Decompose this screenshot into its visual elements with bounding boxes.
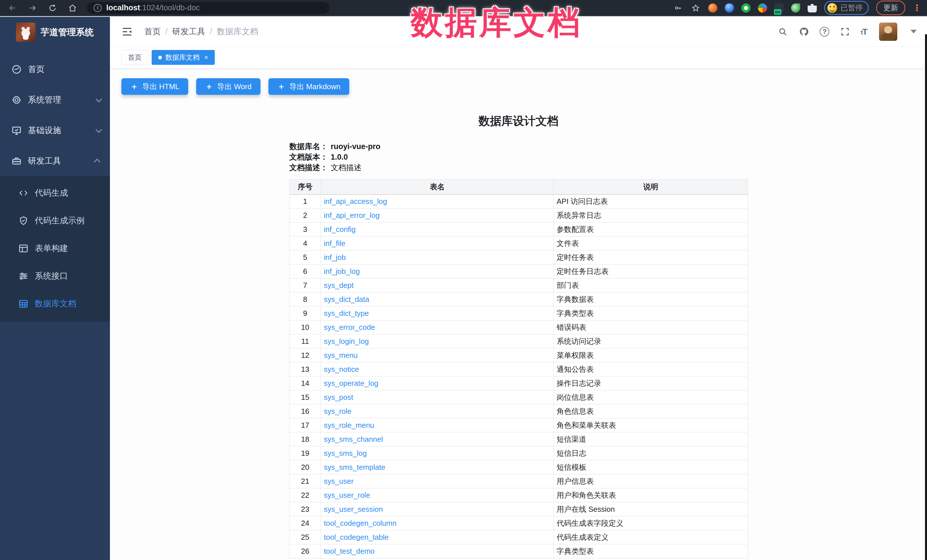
table-name-link[interactable]: sys_dict_data [324, 295, 369, 304]
browser-forward-icon[interactable] [26, 2, 39, 14]
sidebar-item-label: 系统管理 [28, 94, 61, 106]
table-desc: 代码生成表字段定义 [554, 516, 748, 530]
sidebar-collapse-icon[interactable] [122, 26, 133, 37]
table-desc: 参数配置表 [554, 222, 748, 237]
close-icon[interactable]: × [204, 53, 208, 61]
extension-icon[interactable]: on [775, 3, 784, 12]
sidebar-subitem-代码生成示例[interactable]: 代码生成示例 [0, 207, 110, 234]
table-name-link[interactable]: inf_api_access_log [324, 197, 387, 206]
breadcrumb-separator: / [166, 27, 168, 36]
extension-icon[interactable] [725, 3, 734, 12]
sliders-icon [18, 271, 29, 281]
breadcrumb: 首页/研发工具/数据库文档 [144, 26, 258, 37]
sidebar-subitem-label: 系统接口 [35, 270, 68, 282]
table-name-link[interactable]: sys_user_session [324, 505, 383, 513]
chrome-update-button[interactable]: 更新 [876, 1, 905, 15]
sidebar-subitem-系统接口[interactable]: 系统接口 [0, 262, 110, 290]
sidebar-subitem-代码生成[interactable]: 代码生成 [0, 179, 110, 207]
table-name-link[interactable]: tool_codegen_table [324, 533, 389, 542]
sidebar-subitem-数据库文档[interactable]: 数据库文档 [0, 290, 110, 317]
table-name-link[interactable]: inf_config [324, 225, 356, 234]
browser-address-bar[interactable]: i localhost:1024/tool/db-doc [87, 2, 330, 14]
form-icon [18, 243, 29, 253]
table-desc: 定时任务日志表 [554, 264, 748, 278]
export-word-button[interactable]: ＋ 导出 Word [196, 78, 260, 95]
table-name-link[interactable]: sys_sms_channel [324, 435, 383, 443]
search-icon[interactable] [777, 26, 788, 37]
sidebar-item-首页[interactable]: 首页 [0, 54, 110, 85]
breadcrumb-item[interactable]: 研发工具 [172, 26, 205, 37]
browser-menu-icon[interactable]: ⋮ [913, 4, 921, 12]
sidebar-subitem-label: 代码生成 [35, 187, 68, 199]
table-name-link[interactable]: inf_api_error_log [324, 211, 380, 220]
bookmark-star-icon[interactable] [690, 3, 701, 13]
plus-icon: ＋ [277, 81, 285, 92]
sidebar-item-基础设施[interactable]: 基础设施 [0, 115, 110, 146]
table-name-link[interactable]: sys_menu [324, 351, 358, 360]
browser-back-icon[interactable] [6, 2, 19, 14]
table-name-link[interactable]: sys_post [324, 393, 353, 402]
table-name-link[interactable]: sys_user_role [324, 491, 370, 499]
topbar-icons: ? tT [777, 23, 917, 41]
table-name-link[interactable]: tool_test_demo [324, 547, 375, 555]
url-path: :1024/tool/db-doc [140, 3, 200, 12]
table-name-link[interactable]: inf_file [324, 239, 345, 247]
tag-db-doc[interactable]: 数据库文档 × [152, 50, 215, 65]
logo-row[interactable]: 芋道管理系统 [0, 17, 110, 46]
row-index: 7 [290, 278, 321, 293]
user-avatar[interactable] [879, 23, 897, 41]
key-icon[interactable] [673, 3, 683, 13]
table-name-link[interactable]: sys_login_log [324, 337, 369, 346]
extension-icon[interactable] [758, 3, 767, 12]
extensions-puzzle-icon[interactable] [808, 3, 817, 12]
window-scroll-edge[interactable] [925, 34, 927, 560]
table-name-link[interactable]: sys_sms_template [324, 463, 385, 472]
extension-icon[interactable] [791, 3, 800, 12]
export-html-button[interactable]: ＋ 导出 HTML [122, 78, 188, 95]
table-desc: 定时任务表 [554, 250, 748, 264]
font-size-icon[interactable]: tT [861, 27, 867, 36]
table-row: 5inf_job定时任务表 [290, 250, 748, 264]
doc-meta: 数据库名：ruoyi-vue-pro文档版本：1.0.0文档描述：文档描述 [289, 141, 748, 173]
browser-home-icon[interactable] [66, 2, 79, 14]
table-desc: 角色和菜单关联表 [554, 418, 748, 433]
profile-paused-pill[interactable]: 已暂停 [824, 1, 869, 15]
table-row: 7sys_dept部门表 [290, 278, 748, 293]
table-name-link[interactable]: sys_user [324, 477, 354, 486]
table-name-link[interactable]: inf_job [324, 253, 346, 262]
breadcrumb-item[interactable]: 首页 [144, 26, 161, 37]
help-icon[interactable]: ? [820, 27, 829, 36]
fullscreen-icon[interactable] [840, 26, 851, 37]
export-markdown-button[interactable]: ＋ 导出 Markdown [269, 78, 349, 95]
table-desc: 短信日志 [554, 446, 748, 460]
extension-icon[interactable] [742, 3, 751, 12]
sidebar-item-研发工具[interactable]: 研发工具 [0, 146, 110, 176]
row-index: 12 [290, 348, 321, 363]
table-row: 3inf_config参数配置表 [290, 222, 748, 237]
sidebar-subitem-表单构建[interactable]: 表单构建 [0, 234, 110, 262]
table-name-link[interactable]: sys_role_menu [324, 421, 374, 429]
table-desc: 用户信息表 [554, 474, 748, 488]
browser-reload-icon[interactable] [46, 2, 59, 14]
doc-meta-line: 数据库名：ruoyi-vue-pro [289, 141, 748, 152]
sidebar-item-系统管理[interactable]: 系统管理 [0, 85, 110, 115]
row-index: 8 [290, 293, 321, 307]
table-name-link[interactable]: sys_dict_type [324, 309, 369, 317]
table-name-link[interactable]: sys_error_code [324, 323, 375, 332]
table-name-link[interactable]: sys_notice [324, 365, 359, 373]
table-desc: API 访问日志表 [554, 194, 748, 208]
extension-icon[interactable] [708, 3, 717, 12]
github-icon[interactable] [798, 26, 809, 37]
table-name-link[interactable]: sys_role [324, 407, 351, 416]
table-name-link[interactable]: sys_sms_log [324, 449, 367, 457]
table-name-link[interactable]: inf_job_log [324, 267, 360, 276]
info-icon[interactable]: i [94, 4, 102, 12]
table-name-link[interactable]: tool_codegen_column [324, 519, 397, 527]
screen: i localhost:1024/tool/db-doc on 已暂停 更 [0, 0, 927, 560]
table-row: 14sys_operate_log操作日志记录 [290, 376, 748, 390]
table-name-link[interactable]: sys_operate_log [324, 379, 378, 387]
browser-toolbar-right: on 已暂停 更新 ⋮ [673, 1, 927, 15]
table-name-link[interactable]: sys_dept [324, 281, 354, 290]
chevron-down-icon[interactable] [910, 30, 917, 33]
tag-home[interactable]: 首页 [122, 50, 148, 65]
